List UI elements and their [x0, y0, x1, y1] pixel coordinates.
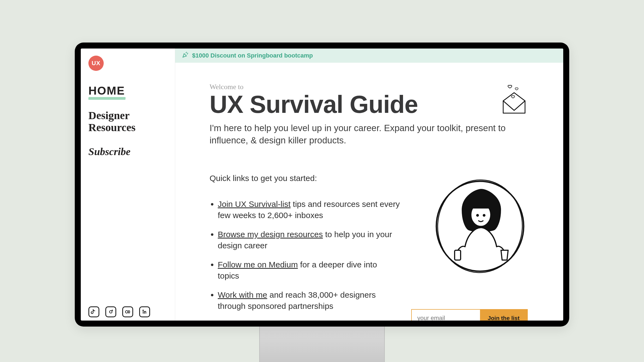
- svg-point-4: [143, 310, 143, 310]
- svg-rect-10: [455, 250, 461, 260]
- person-portrait-sketch: [432, 177, 528, 275]
- envelope-hearts-icon: [500, 85, 528, 114]
- instagram-icon[interactable]: [105, 306, 116, 317]
- link-work-with-me[interactable]: Work with me: [218, 290, 267, 299]
- svg-point-0: [109, 310, 112, 313]
- linkedin-icon[interactable]: [139, 306, 150, 317]
- join-list-button[interactable]: Join the list: [480, 310, 527, 321]
- tiktok-icon[interactable]: [88, 306, 99, 317]
- nav-home[interactable]: HOME: [88, 85, 125, 97]
- sidebar: UX HOME Designer Resources Subscribe: [81, 49, 175, 321]
- logo-badge[interactable]: UX: [88, 56, 104, 71]
- monitor-stand: [259, 325, 385, 362]
- monitor-frame: UX HOME Designer Resources Subscribe: [75, 43, 569, 327]
- list-item: Join UX Survival-list tips and resources…: [218, 199, 401, 221]
- svg-point-8: [477, 215, 478, 216]
- email-input[interactable]: [412, 310, 480, 321]
- svg-point-3: [128, 310, 130, 313]
- confetti-icon: [182, 51, 189, 60]
- quick-links-list: Join UX Survival-list tips and resources…: [210, 199, 401, 312]
- hero-subtitle: I'm here to help you level up in your ca…: [210, 122, 515, 146]
- link-follow-medium[interactable]: Follow me on Medium: [218, 260, 298, 269]
- nav-designer-resources[interactable]: Designer Resources: [88, 110, 167, 134]
- promo-banner[interactable]: $1000 Discount on Springboard bootcamp: [175, 49, 563, 63]
- content: Welcome to UX Survival Guide I'm here to…: [175, 63, 563, 321]
- social-row: [88, 306, 150, 317]
- nav-list: HOME Designer Resources Subscribe: [88, 85, 167, 170]
- link-browse-resources[interactable]: Browse my design resources: [218, 230, 323, 239]
- hero-title: UX Survival Guide: [210, 92, 533, 117]
- promo-banner-text: $1000 Discount on Springboard bootcamp: [192, 52, 313, 59]
- logo-text: UX: [92, 60, 101, 67]
- svg-point-9: [483, 215, 485, 216]
- hero-eyebrow: Welcome to: [210, 83, 533, 91]
- screen: UX HOME Designer Resources Subscribe: [81, 49, 563, 321]
- link-join-survival-list[interactable]: Join UX Survival-list: [218, 200, 291, 209]
- nav-subscribe[interactable]: Subscribe: [88, 146, 130, 158]
- list-item: Work with me and reach 38,000+ designers…: [218, 289, 401, 312]
- medium-icon[interactable]: [122, 306, 133, 317]
- svg-point-2: [126, 310, 128, 313]
- main: $1000 Discount on Springboard bootcamp W…: [175, 49, 563, 321]
- list-item: Follow me on Medium for a deeper dive in…: [218, 259, 401, 281]
- svg-point-1: [112, 310, 112, 310]
- list-item: Browse my design resources to help you i…: [218, 229, 401, 251]
- subscribe-form: Join the list: [411, 309, 528, 321]
